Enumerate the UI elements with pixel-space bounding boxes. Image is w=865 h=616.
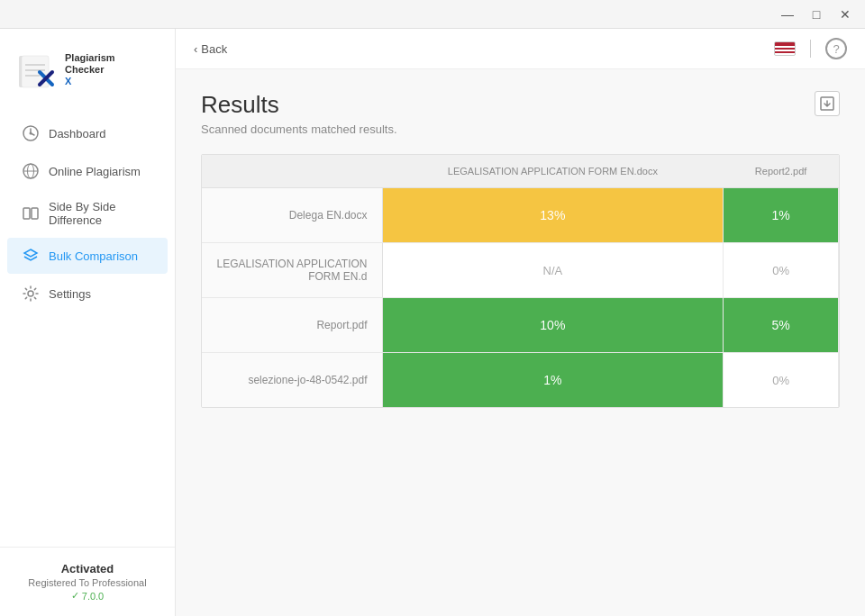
page-title: Results — [201, 91, 397, 119]
divider — [810, 40, 811, 58]
dashboard-label: Dashboard — [49, 127, 106, 140]
results-container: LEGALISATION APPLICATION FORM EN.docx Re… — [201, 154, 840, 408]
cell-value-na: N/A — [383, 243, 724, 297]
svg-rect-13 — [32, 208, 38, 219]
table-row: selezione-jo-48-0542.pdf1%0% — [202, 353, 839, 408]
close-button[interactable]: ✕ — [833, 5, 858, 23]
table-row: LEGALISATION APPLICATION FORM EN.dN/A0% — [202, 243, 839, 298]
cell-value-green: 1% — [724, 188, 838, 242]
help-button[interactable]: ? — [825, 38, 847, 59]
cell-value-yellow: 13% — [383, 188, 724, 242]
table-header-col1: LEGALISATION APPLICATION FORM EN.docx — [382, 155, 724, 188]
table-cell[interactable]: N/A — [382, 243, 724, 298]
cell-value-green: 1% — [383, 353, 724, 407]
results-table: LEGALISATION APPLICATION FORM EN.docx Re… — [202, 155, 839, 407]
table-cell[interactable]: 1% — [724, 188, 839, 243]
cell-value-na: 0% — [724, 353, 838, 407]
columns-icon — [22, 204, 40, 222]
app-logo-icon — [14, 47, 59, 92]
back-label: Back — [201, 42, 227, 56]
table-cell[interactable]: 0% — [724, 353, 839, 408]
row-label: Report.pdf — [202, 298, 382, 353]
registration-info: Registered To Professional — [14, 577, 160, 588]
row-label: LEGALISATION APPLICATION FORM EN.d — [202, 243, 382, 298]
row-label: Delega EN.docx — [202, 188, 382, 243]
table-cell[interactable]: 5% — [724, 298, 839, 353]
main-content: ‹ Back ? Results Scanned documents match… — [176, 29, 865, 616]
globe-icon — [22, 162, 40, 180]
settings-label: Settings — [49, 287, 91, 301]
sidebar-item-bulk-comparison[interactable]: Bulk Comparison — [7, 238, 168, 274]
dashboard-icon — [22, 124, 40, 142]
table-header-col2: Report2.pdf — [724, 155, 839, 188]
back-arrow-icon: ‹ — [194, 42, 197, 56]
table-cell[interactable]: 1% — [382, 353, 724, 408]
sidebar-item-dashboard[interactable]: Dashboard — [7, 115, 168, 151]
sidebar-item-settings[interactable]: Settings — [7, 276, 168, 312]
bulk-comparison-label: Bulk Comparison — [49, 249, 138, 263]
cell-value-na: 0% — [724, 243, 838, 297]
cell-value-green: 5% — [724, 298, 838, 352]
maximize-button[interactable]: □ — [804, 5, 829, 23]
content-area: Results Scanned documents matched result… — [176, 69, 865, 616]
sidebar-nav: Dashboard Online Plagiarism — [0, 106, 175, 547]
logo-container: Plagiarism Checker X — [14, 47, 115, 92]
page-header: Results Scanned documents matched result… — [201, 91, 397, 154]
svg-point-14 — [28, 291, 33, 296]
sidebar-logo: Plagiarism Checker X — [0, 29, 175, 106]
sidebar: Plagiarism Checker X Dashboard — [0, 29, 176, 616]
minimize-button[interactable]: — — [775, 5, 800, 23]
back-button[interactable]: ‹ Back — [194, 42, 227, 56]
activation-status: Activated — [14, 562, 160, 575]
export-button[interactable] — [815, 91, 840, 116]
export-icon — [820, 96, 834, 111]
table-cell[interactable]: 0% — [724, 243, 839, 298]
logo-text: Plagiarism Checker X — [65, 52, 115, 86]
table-cell[interactable]: 10% — [382, 298, 724, 353]
top-bar: ‹ Back ? — [176, 29, 865, 69]
title-bar: — □ ✕ — [0, 0, 865, 29]
sidebar-footer: Activated Registered To Professional ✓ 7… — [0, 547, 175, 616]
layers-icon — [22, 247, 40, 265]
sidebar-item-side-by-side[interactable]: Side By Side Difference — [7, 191, 168, 236]
gear-icon — [22, 285, 40, 303]
language-flag-icon[interactable] — [774, 41, 796, 56]
svg-rect-1 — [22, 56, 49, 87]
version-info: ✓ 7.0.0 — [14, 590, 160, 602]
table-cell[interactable]: 13% — [382, 188, 724, 243]
table-row: Delega EN.docx13%1% — [202, 188, 839, 243]
cell-value-green: 10% — [383, 298, 724, 352]
side-by-side-label: Side By Side Difference — [49, 200, 153, 227]
row-label: selezione-jo-48-0542.pdf — [202, 353, 382, 408]
online-plagiarism-label: Online Plagiarism — [49, 165, 141, 178]
svg-point-8 — [30, 132, 32, 135]
page-subtitle: Scanned documents matched results. — [201, 122, 397, 136]
table-header-empty — [202, 155, 382, 188]
app-body: Plagiarism Checker X Dashboard — [0, 29, 865, 616]
sidebar-item-online-plagiarism[interactable]: Online Plagiarism — [7, 153, 168, 189]
svg-rect-12 — [23, 208, 30, 219]
table-row: Report.pdf10%5% — [202, 298, 839, 353]
checkmark-icon: ✓ — [71, 590, 79, 602]
top-bar-actions: ? — [774, 38, 847, 59]
